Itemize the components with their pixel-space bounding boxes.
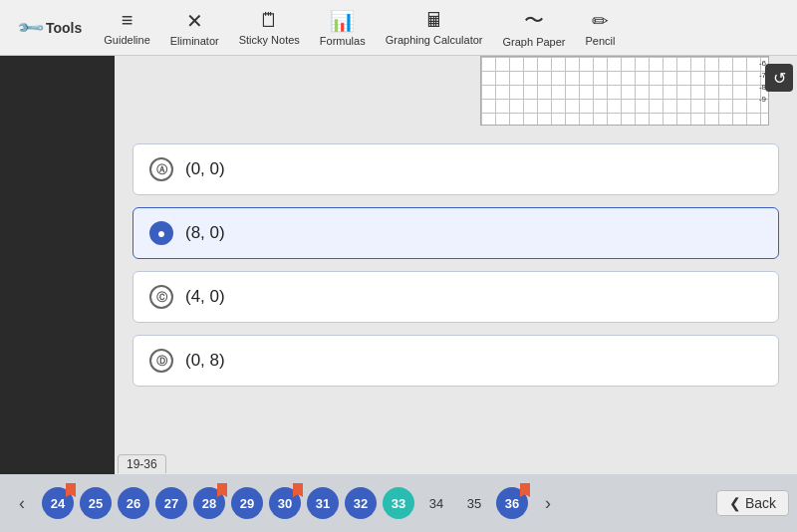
page-btn-24[interactable]: 24 [42, 487, 74, 519]
graphing-calculator-icon: 🖩 [424, 9, 444, 32]
formulas-label: Formulas [320, 35, 366, 47]
option-text-b: (8, 0) [185, 223, 225, 243]
page-btn-31[interactable]: 31 [307, 487, 339, 519]
tools-label: Tools [46, 20, 82, 36]
guideline-icon: ≡ [122, 9, 133, 32]
guideline-tool[interactable]: ≡ Guideline [94, 5, 159, 50]
option-label-d: Ⓓ [149, 349, 173, 373]
page-btn-26[interactable]: 26 [118, 487, 149, 519]
prev-arrow[interactable]: ‹ [8, 489, 36, 517]
graph-grid: -6 -7 -8 -9 [481, 57, 768, 125]
next-arrow[interactable]: › [534, 489, 562, 517]
pencil-icon: ✏ [592, 9, 609, 33]
pencil-label: Pencil [586, 35, 616, 47]
answers-container: Ⓐ (0, 0) ● (8, 0) Ⓒ (4, 0) Ⓓ (0, 8) [133, 141, 779, 387]
page-btn-32[interactable]: 32 [345, 487, 377, 519]
page-btn-27[interactable]: 27 [155, 487, 187, 519]
graphing-calculator-label: Graphing Calculator [386, 34, 483, 46]
main-content: -6 -7 -8 -9 ↺ Ⓐ (0, 0) ● (8, 0) Ⓒ (4, 0) [0, 56, 797, 474]
answer-option-c[interactable]: Ⓒ (4, 0) [133, 271, 779, 323]
left-panel [0, 56, 115, 474]
page-btn-34[interactable]: 34 [420, 487, 452, 519]
eliminator-label: Eliminator [170, 35, 219, 47]
page-btn-33[interactable]: 33 [383, 487, 414, 519]
graph-label-9: -9 [759, 95, 766, 104]
answer-option-b[interactable]: ● (8, 0) [133, 207, 779, 259]
answer-option-a[interactable]: Ⓐ (0, 0) [133, 143, 779, 195]
answer-option-d[interactable]: Ⓓ (0, 8) [133, 335, 779, 387]
option-text-c: (4, 0) [185, 287, 225, 307]
option-text-d: (0, 8) [185, 351, 225, 371]
sticky-notes-icon: 🗒 [259, 9, 279, 32]
wrench-icon: 🔧 [15, 12, 46, 43]
guideline-label: Guideline [104, 34, 149, 46]
option-label-a: Ⓐ [149, 157, 173, 181]
page-btn-28[interactable]: 28 [193, 487, 225, 519]
graph-paper-icon: 〜 [524, 7, 544, 34]
option-label-c: Ⓒ [149, 285, 173, 309]
graphing-calculator-tool[interactable]: 🖩 Graphing Calculator [376, 5, 493, 50]
page-btn-29[interactable]: 29 [231, 487, 263, 519]
toolbar: 🔧 Tools ≡ Guideline ✕ Eliminator 🗒 Stick… [0, 0, 797, 56]
content-area: -6 -7 -8 -9 ↺ Ⓐ (0, 0) ● (8, 0) Ⓒ (4, 0) [115, 56, 797, 474]
bottom-nav: 19-36 ‹ 24 25 26 27 28 29 30 31 32 33 34… [0, 474, 797, 532]
option-text-a: (0, 0) [185, 159, 225, 179]
eliminator-tool[interactable]: ✕ Eliminator [160, 5, 229, 51]
sticky-notes-label: Sticky Notes [239, 34, 300, 46]
graph-paper-label: Graph Paper [503, 36, 566, 48]
sticky-notes-tool[interactable]: 🗒 Sticky Notes [229, 5, 310, 50]
page-btn-36[interactable]: 36 [496, 487, 528, 519]
eliminator-icon: ✕ [186, 9, 203, 33]
option-label-b: ● [149, 221, 173, 245]
graph-paper-tool[interactable]: 〜 Graph Paper [493, 3, 576, 52]
back-arrow-icon: ❮ [729, 495, 741, 511]
refresh-button[interactable]: ↺ [765, 64, 793, 92]
formulas-tool[interactable]: 📊 Formulas [310, 5, 376, 51]
pencil-tool[interactable]: ✏ Pencil [576, 5, 626, 51]
back-label: Back [745, 495, 776, 511]
page-btn-30[interactable]: 30 [269, 487, 301, 519]
graph-area: -6 -7 -8 -9 [480, 56, 769, 126]
tools-button[interactable]: 🔧 Tools [8, 13, 94, 43]
back-button[interactable]: ❮ Back [716, 490, 789, 516]
page-range-tab[interactable]: 19-36 [118, 454, 166, 473]
page-btn-25[interactable]: 25 [80, 487, 112, 519]
formulas-icon: 📊 [330, 9, 355, 33]
page-btn-35[interactable]: 35 [458, 487, 490, 519]
